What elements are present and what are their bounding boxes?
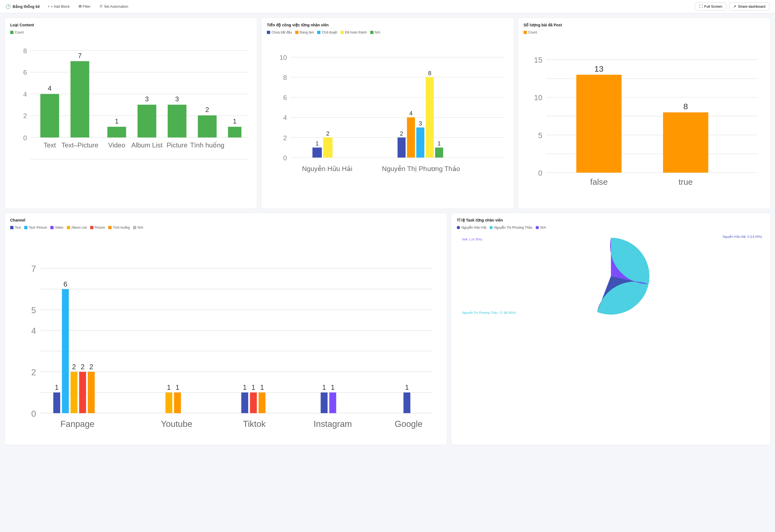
svg-rect-95 bbox=[174, 392, 181, 413]
svg-text:Video: Video bbox=[108, 141, 125, 149]
pie-chart-container: Nguyễn Hữu Hải: 3 (14.29%) N/A: 1 (4.76%… bbox=[457, 232, 765, 320]
top-bar-right: ⛶ Full Screen ↗ Share dashboard bbox=[695, 2, 770, 10]
tile-task-legend: Nguyễn Hữu Hải Nguyễn Thị Phương Thảo N/… bbox=[457, 226, 765, 229]
tile-task-title: Tỉ lệ Task từng nhân viên bbox=[457, 218, 765, 222]
svg-text:0: 0 bbox=[283, 154, 287, 162]
bar-album-list bbox=[137, 105, 156, 138]
svg-rect-102 bbox=[259, 392, 266, 413]
soluong-title: Số lượng bài đã Post bbox=[523, 23, 765, 27]
svg-text:5: 5 bbox=[538, 131, 542, 140]
svg-rect-45 bbox=[416, 127, 424, 158]
svg-text:false: false bbox=[590, 177, 608, 186]
channel-legend: Text Text–Picture Video Album List Pictu… bbox=[10, 226, 441, 229]
loai-content-title: Loại Content bbox=[10, 23, 252, 27]
svg-text:1: 1 bbox=[331, 383, 335, 391]
svg-rect-84 bbox=[62, 289, 69, 413]
bar-text bbox=[40, 94, 59, 138]
svg-text:1: 1 bbox=[233, 117, 237, 125]
svg-rect-36 bbox=[313, 147, 322, 158]
svg-rect-63 bbox=[576, 75, 622, 173]
svg-text:1: 1 bbox=[175, 383, 179, 391]
tiendo-title: Tiến độ công việc từng nhân viên bbox=[267, 23, 508, 27]
svg-text:10: 10 bbox=[534, 93, 542, 102]
svg-text:5: 5 bbox=[31, 306, 36, 315]
loai-content-chart: 8 6 4 2 0 4 Text 7 Text–Picture 1 Video bbox=[10, 37, 252, 184]
svg-text:1: 1 bbox=[243, 383, 247, 391]
clock-icon: 🕐 bbox=[5, 4, 11, 9]
toolbar-actions: + + Add Block ⛃ Filter ⏱ Set Automation bbox=[45, 3, 130, 10]
svg-text:1: 1 bbox=[437, 140, 441, 147]
svg-text:4: 4 bbox=[31, 326, 36, 336]
label-na: N/A: 1 (4.76%) bbox=[462, 238, 482, 241]
row-1: Loại Content Count 8 6 4 2 0 bbox=[4, 18, 771, 209]
svg-text:8: 8 bbox=[283, 74, 287, 81]
svg-text:7: 7 bbox=[31, 264, 36, 274]
svg-rect-90 bbox=[88, 372, 94, 413]
channel-title: Channel bbox=[10, 218, 441, 222]
tiendo-legend: Chưa bắt đầu Đang làm Chờ duyệt Đã hoàn … bbox=[267, 30, 508, 34]
svg-text:15: 15 bbox=[534, 56, 542, 64]
tiendo-card: Tiến độ công việc từng nhân viên Chưa bắ… bbox=[261, 18, 514, 209]
svg-text:Youtube: Youtube bbox=[161, 419, 192, 429]
bar-empty bbox=[228, 127, 242, 138]
svg-text:0: 0 bbox=[31, 409, 36, 418]
svg-text:2: 2 bbox=[205, 106, 209, 113]
full-screen-button[interactable]: ⛶ Full Screen bbox=[695, 2, 727, 10]
svg-rect-41 bbox=[398, 138, 406, 158]
fullscreen-icon: ⛶ bbox=[699, 4, 703, 9]
svg-rect-47 bbox=[426, 77, 434, 158]
bar-tinh-huong bbox=[198, 115, 217, 137]
svg-text:2: 2 bbox=[283, 134, 287, 142]
svg-text:6: 6 bbox=[63, 280, 67, 288]
svg-text:6: 6 bbox=[283, 94, 287, 101]
svg-text:8: 8 bbox=[23, 47, 27, 55]
svg-rect-107 bbox=[329, 392, 336, 413]
add-block-button[interactable]: + + Add Block bbox=[45, 3, 72, 10]
svg-text:1: 1 bbox=[115, 117, 119, 125]
soluong-chart: 15 10 5 0 13 false 8 true bbox=[523, 37, 765, 203]
svg-text:10: 10 bbox=[280, 54, 287, 61]
svg-text:1: 1 bbox=[55, 383, 58, 391]
svg-text:1: 1 bbox=[405, 383, 409, 391]
svg-text:Picture: Picture bbox=[166, 141, 187, 149]
svg-text:3: 3 bbox=[175, 95, 179, 103]
svg-text:13: 13 bbox=[595, 64, 604, 73]
svg-rect-105 bbox=[321, 392, 328, 413]
svg-text:4: 4 bbox=[23, 91, 27, 98]
svg-rect-100 bbox=[250, 392, 257, 413]
svg-text:4: 4 bbox=[48, 85, 52, 92]
svg-text:Fanpage: Fanpage bbox=[60, 419, 94, 429]
share-dashboard-button[interactable]: ↗ Share dashboard bbox=[729, 2, 770, 10]
page-title: 🕐 Bảng thống kê bbox=[5, 4, 40, 9]
svg-text:0: 0 bbox=[23, 134, 27, 142]
bar-video bbox=[107, 127, 126, 138]
svg-text:4: 4 bbox=[409, 110, 412, 117]
svg-text:2: 2 bbox=[400, 130, 403, 137]
svg-rect-86 bbox=[71, 372, 77, 413]
svg-text:1: 1 bbox=[322, 383, 326, 391]
svg-text:Google: Google bbox=[395, 419, 422, 429]
svg-text:6: 6 bbox=[23, 69, 27, 76]
legend-dot-count bbox=[10, 31, 13, 34]
plus-icon: + bbox=[48, 4, 50, 9]
svg-text:Album List: Album List bbox=[131, 141, 163, 149]
svg-rect-98 bbox=[241, 392, 248, 413]
dashboard: Loại Content Count 8 6 4 2 0 bbox=[0, 13, 775, 449]
set-automation-button[interactable]: ⏱ Set Automation bbox=[97, 3, 130, 10]
svg-text:1: 1 bbox=[260, 383, 264, 391]
bar-text-picture bbox=[71, 61, 89, 138]
svg-rect-66 bbox=[663, 112, 709, 173]
svg-text:7: 7 bbox=[78, 52, 82, 59]
filter-button[interactable]: ⛃ Filter bbox=[76, 3, 93, 10]
pie-chart bbox=[572, 238, 650, 315]
svg-text:8: 8 bbox=[428, 70, 431, 77]
svg-rect-110 bbox=[403, 392, 410, 413]
share-icon: ↗ bbox=[733, 4, 736, 9]
svg-text:2: 2 bbox=[31, 368, 36, 377]
svg-rect-38 bbox=[323, 138, 333, 158]
label-thao: Nguyễn Thị Phương Thảo: 17 (80.95%) bbox=[462, 311, 516, 315]
svg-rect-93 bbox=[165, 392, 172, 413]
label-hai: Nguyễn Hữu Hải: 3 (14.29%) bbox=[723, 235, 762, 239]
soluong-legend: Count bbox=[523, 30, 765, 34]
svg-rect-49 bbox=[435, 147, 443, 158]
